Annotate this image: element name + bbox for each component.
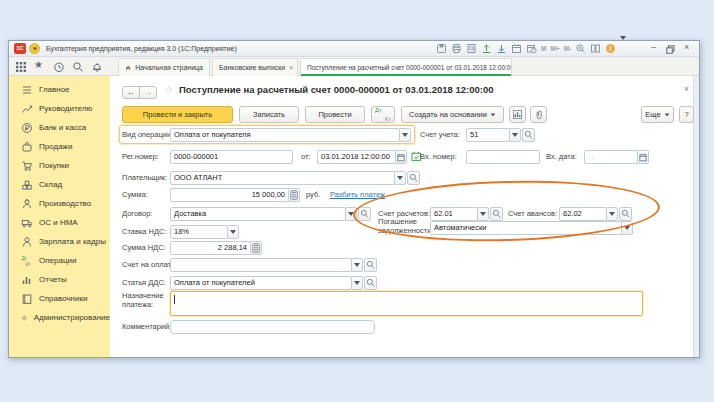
contract-dropdown-button[interactable] (345, 207, 357, 221)
operation-type-dropdown-button[interactable] (399, 128, 411, 142)
caret-down-icon[interactable] (620, 40, 626, 58)
advance-account-open-button[interactable] (619, 207, 632, 221)
info-icon[interactable]: i (605, 43, 616, 54)
post-and-close-button[interactable]: Провести и закрыть (122, 106, 233, 123)
payment-invoice-open-button[interactable] (364, 258, 377, 272)
split-payment-link[interactable]: Разбить платеж (330, 188, 385, 202)
debt-repayment-input[interactable]: Автоматически (430, 221, 622, 235)
incoming-date-input[interactable]: . . (584, 150, 638, 164)
write-button[interactable]: Записать (239, 106, 299, 123)
payment-purpose-textarea[interactable] (170, 291, 643, 316)
memory-m-plus-button[interactable]: M+ (550, 45, 559, 52)
preview-icon[interactable] (466, 43, 477, 54)
report-icon (512, 109, 523, 120)
account-dropdown-button[interactable] (509, 128, 521, 142)
close-form-icon[interactable]: × (684, 84, 689, 94)
sidebar-item-reports[interactable]: Отчеты (8, 270, 110, 289)
attachments-button[interactable] (530, 106, 547, 123)
sidebar-item-operations[interactable]: ДтКт Операции (8, 251, 110, 270)
history-icon[interactable] (53, 61, 65, 73)
cash-flow-item-dropdown-button[interactable] (351, 276, 363, 290)
app-logo-icon[interactable]: 1С (14, 43, 26, 54)
amount-input[interactable]: 15 000,00 (170, 188, 289, 202)
document-date-calendar-button[interactable] (395, 150, 407, 164)
more-button[interactable]: Еще (641, 106, 674, 123)
open-icon (409, 173, 418, 183)
split-columns-icon[interactable] (590, 43, 601, 54)
vat-rate-input[interactable]: 18% (170, 225, 228, 239)
settlement-account-input[interactable]: 62.01 (430, 207, 478, 221)
account-open-button[interactable] (522, 128, 535, 142)
tab-home[interactable]: Начальная страница (118, 58, 210, 76)
related-reports-button[interactable] (509, 106, 526, 123)
advance-account-input[interactable]: 62.02 (559, 207, 607, 221)
document-date-input[interactable]: 03.01.2018 12:00:00 (317, 150, 396, 164)
payer-input[interactable]: ООО АТЛАНТ (170, 171, 395, 185)
payment-invoice-dropdown-button[interactable] (351, 258, 363, 272)
calendar-clock-icon[interactable] (526, 43, 537, 54)
cash-flow-item-open-button[interactable] (364, 276, 377, 290)
zoom-icon[interactable] (575, 43, 586, 54)
incoming-date-calendar-button[interactable] (637, 150, 649, 164)
sidebar-item-main[interactable]: Главное (8, 80, 110, 99)
sidebar-item-administration[interactable]: Администрирование (8, 308, 110, 327)
dt-kt-button[interactable]: Дт Кт (371, 106, 395, 123)
notifications-bell-icon[interactable] (91, 61, 103, 73)
restore-button[interactable] (666, 45, 675, 54)
truck-icon (21, 217, 33, 229)
cash-flow-item-input[interactable]: Оплата от покупателей (170, 276, 352, 290)
sidebar-item-purchases[interactable]: Покупки (8, 156, 110, 175)
reg-number-input[interactable]: 0000-000001 (170, 150, 293, 164)
calendar-icon[interactable] (511, 43, 522, 54)
search-icon[interactable] (72, 61, 84, 73)
vat-amount-input[interactable]: 2 288,14 (170, 241, 251, 255)
close-window-button[interactable]: × (684, 42, 689, 53)
account-input[interactable]: 51 (466, 128, 510, 142)
payment-invoice-input[interactable] (170, 258, 352, 272)
service-menu-icon[interactable] (29, 43, 40, 54)
favorite-star-icon[interactable]: ☆ (164, 84, 173, 95)
vat-rate-dropdown-button[interactable] (227, 225, 239, 239)
settlement-account-dropdown-button[interactable] (477, 207, 489, 221)
amount-calculator-button[interactable] (288, 188, 300, 202)
tab-bank-statements[interactable]: Банковские выписки × (212, 58, 298, 76)
tab-close-icon[interactable]: × (289, 64, 293, 71)
advance-account-dropdown-button[interactable] (606, 207, 618, 221)
forward-button[interactable]: → (139, 86, 157, 99)
operation-type-input[interactable]: Оплата от покупателя (170, 128, 400, 142)
functions-menu-icon[interactable] (15, 61, 27, 73)
vat-amount-calculator-button[interactable] (250, 241, 262, 255)
sidebar-item-payroll-hr[interactable]: Зарплата и кадры (8, 232, 110, 251)
back-button[interactable]: ← (122, 86, 140, 99)
download-icon[interactable] (496, 43, 507, 54)
open-icon (492, 209, 501, 219)
payer-dropdown-button[interactable] (394, 171, 406, 185)
sidebar-item-bank-cash[interactable]: Банк и касса (8, 118, 110, 137)
print-icon[interactable] (451, 43, 462, 54)
tab-receipt-document[interactable]: Поступление на расчетный счет 0000-00000… (300, 58, 512, 76)
settlement-account-open-button[interactable] (490, 207, 503, 221)
sidebar-item-fixed-assets[interactable]: ОС и НМА (8, 213, 110, 232)
contract-open-button[interactable] (358, 207, 371, 221)
paperclip-icon (534, 109, 544, 120)
minimize-button[interactable]: – (651, 42, 656, 53)
payer-open-button[interactable] (407, 171, 420, 185)
sidebar-item-warehouse[interactable]: Склад (8, 175, 110, 194)
help-button[interactable]: ? (679, 106, 694, 123)
favorites-icon[interactable]: ★ (34, 59, 43, 70)
save-icon[interactable] (436, 43, 447, 54)
memory-m-minus-button[interactable]: M- (564, 45, 572, 52)
sidebar-item-manager[interactable]: Руководителю (8, 99, 110, 118)
post-button[interactable]: Провести (305, 106, 365, 123)
comment-input[interactable] (170, 320, 375, 334)
svg-text:i: i (610, 45, 612, 52)
memory-m-button[interactable]: M (541, 45, 546, 52)
sidebar-item-directories[interactable]: Справочники (8, 289, 110, 308)
incoming-number-input[interactable] (466, 150, 540, 164)
upload-icon[interactable] (481, 43, 492, 54)
create-based-on-button[interactable]: Создать на основании (401, 106, 504, 123)
sidebar-item-sales[interactable]: Продажи (8, 137, 110, 156)
debt-repayment-dropdown-button[interactable] (621, 221, 633, 235)
contract-input[interactable]: Доставка (170, 207, 346, 221)
sidebar-item-production[interactable]: Производство (8, 194, 110, 213)
